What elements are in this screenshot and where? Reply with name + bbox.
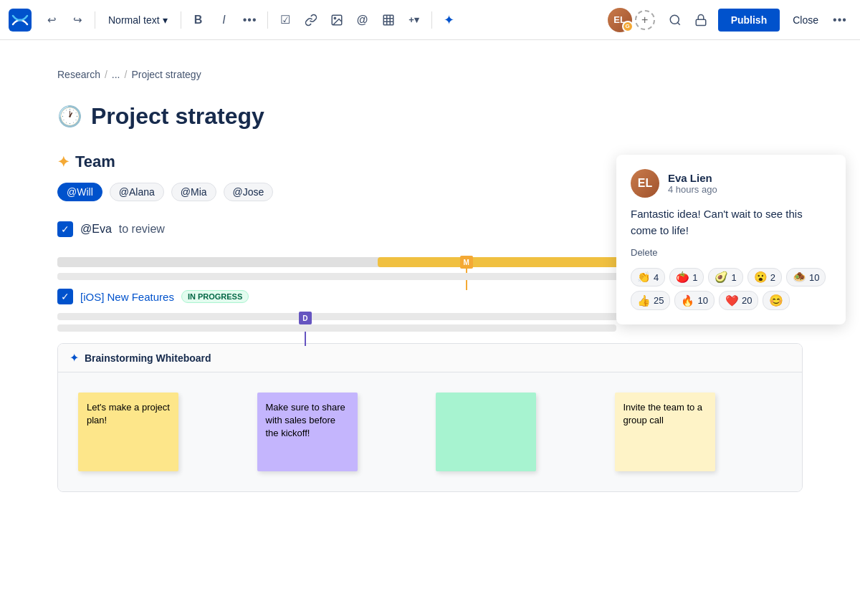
gantt-flag-d: D (299, 312, 312, 324)
user-avatar-container[interactable]: EL G (608, 8, 632, 32)
more-options-button[interactable]: ••• (828, 9, 851, 32)
gantt-flag-m: M (460, 256, 473, 269)
reaction-tomato[interactable]: 🍅 1 (669, 268, 704, 287)
sticky-note-3[interactable] (436, 393, 536, 471)
text-style-dropdown[interactable]: Normal text ▾ (101, 9, 175, 32)
search-button[interactable] (664, 9, 687, 32)
svg-rect-10 (696, 19, 706, 25)
ios-check-icon: ✓ (61, 291, 70, 302)
publish-button[interactable]: Publish (718, 9, 780, 32)
page-title-icon: 🕐 (57, 105, 82, 128)
comment-popup: EL Eva Lien 4 hours ago Fantastic idea! … (616, 155, 846, 324)
reaction-falafel[interactable]: 🧆 10 (786, 268, 826, 287)
task-button[interactable]: ☑ (274, 9, 297, 32)
clap-count: 4 (654, 272, 659, 283)
close-button[interactable]: Close (785, 9, 826, 32)
whiteboard-header: ✦ Brainstorming Whiteboard (58, 344, 802, 372)
ios-task-name[interactable]: [iOS] New Features (80, 291, 174, 303)
mention-button[interactable]: @ (351, 9, 374, 32)
thumbsup-emoji: 👍 (637, 294, 651, 307)
bold-button[interactable]: B (187, 9, 210, 32)
reaction-clap[interactable]: 👏 4 (631, 268, 665, 287)
mention-mia[interactable]: @Mia (171, 183, 216, 201)
sticky-note-text-4: Invite the team to a group call (624, 401, 707, 427)
clap-emoji: 👏 (637, 271, 651, 284)
page-title-row: 🕐 Project strategy (57, 103, 803, 130)
editor[interactable]: Research / ... / Project strategy 🕐 Proj… (0, 40, 860, 616)
svg-rect-3 (383, 15, 393, 25)
table-button[interactable] (377, 9, 400, 32)
breadcrumb-root[interactable]: Research (57, 69, 100, 80)
reaction-surprised[interactable]: 😮 2 (747, 268, 782, 287)
sticky-note-2[interactable]: Make sure to share with sales before the… (257, 393, 358, 471)
task-label: to review (119, 223, 165, 236)
tomato-count: 1 (692, 272, 697, 283)
breadcrumb: Research / ... / Project strategy (57, 69, 803, 80)
tomato-emoji: 🍅 (676, 271, 689, 284)
breadcrumb-sep1: / (105, 69, 108, 80)
whiteboard-icon: ✦ (70, 351, 79, 365)
image-button[interactable] (325, 9, 348, 32)
reaction-avocado[interactable]: 🥑 1 (708, 268, 742, 287)
comment-text: Fantastic idea! Can't wait to see this c… (631, 206, 831, 239)
list-item: Invite the team to a group call (609, 387, 788, 477)
falafel-emoji: 🧆 (793, 271, 806, 284)
whiteboard-title[interactable]: Brainstorming Whiteboard (85, 352, 211, 364)
text-style-label: Normal text (108, 14, 160, 26)
chevron-down-icon: ▾ (163, 14, 168, 26)
mention-alana[interactable]: @Alana (110, 183, 164, 201)
mention-jose[interactable]: @Jose (224, 183, 274, 201)
ios-status-badge: IN PROGRESS (181, 290, 249, 303)
link-button[interactable] (300, 9, 322, 32)
breadcrumb-ellipsis[interactable]: ... (112, 69, 120, 80)
breadcrumb-sep2: / (124, 69, 127, 80)
svg-point-8 (670, 15, 679, 24)
list-item (430, 387, 609, 477)
heart-count: 20 (742, 295, 752, 306)
page-title[interactable]: Project strategy (91, 103, 264, 130)
ios-checkbox[interactable]: ✓ (57, 289, 73, 304)
heart-emoji: ❤️ (725, 294, 739, 307)
confluence-logo[interactable] (9, 9, 32, 32)
comment-header: EL Eva Lien 4 hours ago (631, 169, 831, 198)
mention-will[interactable]: @Will (57, 183, 102, 201)
list-item: Make sure to share with sales before the… (252, 387, 431, 477)
list-item: Let's make a project plan! (72, 387, 252, 477)
sticky-note-4[interactable]: Invite the team to a group call (615, 393, 715, 471)
redo-button[interactable]: ↪ (66, 9, 89, 32)
reactions-row: 👏 4 🍅 1 🥑 1 😮 2 🧆 10 (631, 268, 831, 310)
reaction-heart[interactable]: ❤️ 20 (719, 291, 758, 310)
task-assignee[interactable]: @Eva (80, 223, 112, 236)
reaction-fire[interactable]: 🔥 10 (674, 291, 714, 310)
insert-button[interactable]: +▾ (403, 9, 426, 32)
sticky-note-text-2: Make sure to share with sales before the… (266, 401, 349, 441)
surprised-emoji: 😮 (754, 271, 768, 284)
comment-avatar: EL (631, 169, 659, 198)
more-format-button[interactable]: ••• (239, 9, 262, 32)
add-collaborator-button[interactable]: + (635, 10, 655, 30)
avocado-emoji: 🥑 (715, 271, 728, 284)
task-checkbox[interactable]: ✓ (57, 221, 73, 237)
lock-button[interactable] (689, 9, 712, 32)
reaction-thumbsup[interactable]: 👍 25 (631, 291, 670, 310)
checkbox-check-icon: ✓ (61, 223, 70, 235)
undo-button[interactable]: ↩ (40, 9, 63, 32)
comment-time: 4 hours ago (668, 184, 717, 195)
gantt-row-4 (57, 324, 616, 332)
comment-author-info: Eva Lien 4 hours ago (668, 172, 717, 195)
breadcrumb-current: Project strategy (131, 69, 201, 80)
svg-line-9 (677, 22, 679, 24)
divider-3 (267, 11, 268, 29)
ai-button[interactable]: ✦ (438, 9, 461, 32)
divider-2 (181, 11, 181, 29)
whiteboard-section: ✦ Brainstorming Whiteboard Let's make a … (57, 343, 803, 492)
content-area: Research / ... / Project strategy 🕐 Proj… (0, 40, 860, 616)
divider-4 (431, 11, 432, 29)
sticky-note-1[interactable]: Let's make a project plan! (78, 393, 178, 471)
italic-button[interactable]: I (213, 9, 236, 32)
comment-delete-button[interactable]: Delete (631, 247, 831, 258)
fire-emoji: 🔥 (681, 294, 694, 307)
gantt-bar-1 (378, 257, 654, 267)
fire-count: 10 (697, 295, 707, 306)
add-reaction-button[interactable]: 😊 (763, 291, 790, 310)
